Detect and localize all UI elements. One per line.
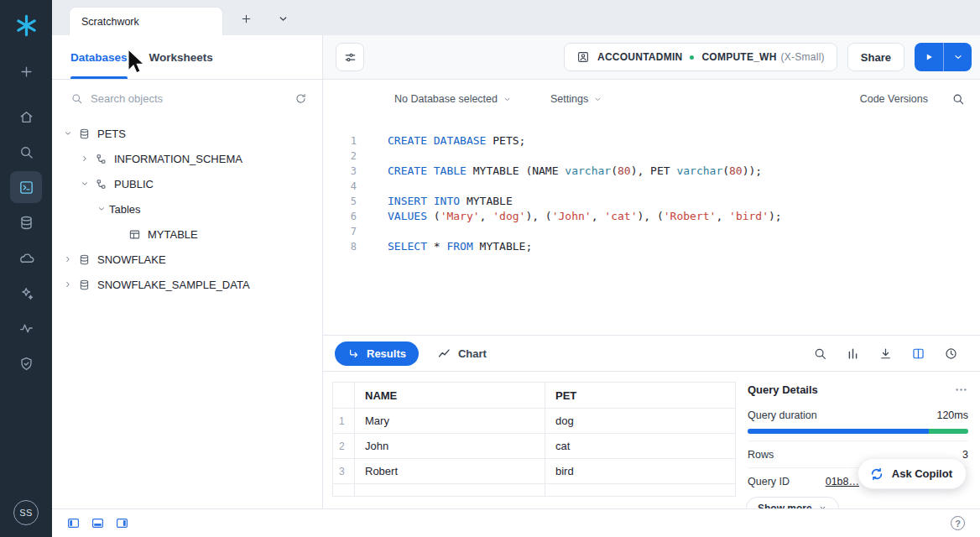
worksheet-main: ACCOUNTADMIN COMPUTE_WH (X-Small) Share — [323, 35, 980, 508]
worksheet-tab-label: Scratchwork — [81, 16, 139, 28]
copilot-label: Ask Copilot — [892, 467, 952, 480]
more-menu-icon[interactable] — [954, 383, 968, 397]
run-options-button[interactable] — [944, 43, 972, 71]
tree-item-mytable[interactable]: MYTABLE — [52, 222, 322, 247]
sidebar-tabs: Databases Worksheets — [52, 35, 322, 80]
search-input[interactable] — [91, 92, 287, 105]
plus-icon — [18, 64, 34, 80]
chevron-down-icon[interactable] — [77, 176, 92, 191]
duration-bar-execution — [748, 429, 929, 434]
table-row[interactable]: 3Robertbird — [333, 459, 736, 484]
refresh-icon[interactable] — [295, 92, 307, 105]
tree-item-public[interactable]: PUBLIC — [52, 171, 322, 196]
panel-right-icon — [116, 517, 128, 529]
tree-item-snowflake_sample_data[interactable]: SNOWFLAKE_SAMPLE_DATA — [52, 272, 322, 297]
share-button[interactable]: Share — [847, 43, 904, 71]
chevron-right-icon[interactable] — [60, 252, 76, 267]
panel-bottom-toggle[interactable] — [91, 517, 104, 529]
chevron-down-icon[interactable] — [60, 126, 76, 141]
chevron-right-icon[interactable] — [60, 277, 76, 292]
worksheet-header: ACCOUNTADMIN COMPUTE_WH (X-Small) Share — [323, 35, 980, 80]
tab-list-button[interactable] — [270, 6, 295, 31]
panel-left-toggle[interactable] — [67, 517, 80, 529]
tab-worksheets[interactable]: Worksheets — [149, 35, 213, 79]
editor-line[interactable]: 2 — [323, 149, 980, 164]
tab-results[interactable]: Results — [335, 341, 419, 366]
panel-toggles — [67, 517, 128, 529]
column-header-pet[interactable]: PET — [545, 383, 736, 409]
status-dot — [690, 55, 694, 60]
panel-right-toggle[interactable] — [116, 517, 128, 529]
warehouse-label: COMPUTE_WH — [701, 51, 776, 63]
rail-item-plus[interactable] — [10, 55, 42, 87]
database-selector[interactable]: No Database selected — [394, 93, 512, 105]
editor-line[interactable]: 3CREATE TABLE MYTABLE (NAME varchar(80),… — [323, 164, 980, 179]
chevron-down-icon[interactable] — [94, 201, 109, 216]
rail-item-data[interactable] — [10, 206, 42, 238]
rail-item-admin[interactable] — [10, 347, 42, 379]
tree-item-pets[interactable]: PETS — [52, 121, 322, 146]
editor-line[interactable]: 6VALUES ('Mary', 'dog'), ('John', 'cat')… — [323, 209, 980, 224]
rail-item-activity[interactable] — [10, 312, 42, 344]
chevron-right-icon[interactable] — [77, 151, 92, 166]
tab-chart[interactable]: Chart — [437, 347, 487, 361]
tree-item-information_schema[interactable]: INFORMATION_SCHEMA — [52, 146, 322, 171]
column-header-name[interactable]: NAME — [355, 383, 545, 409]
table-row[interactable]: 1Marydog — [333, 409, 736, 434]
search-results-button[interactable] — [813, 347, 827, 361]
schema-icon — [92, 175, 110, 192]
copilot-icon — [869, 467, 884, 482]
chevron-down-icon — [952, 51, 964, 63]
context-selector[interactable]: ACCOUNTADMIN COMPUTE_WH (X-Small) — [564, 43, 837, 71]
editor-line[interactable]: 8SELECT * FROM MYTABLE; — [323, 239, 980, 254]
results-header: Results Chart — [323, 335, 980, 371]
query-duration-value: 120ms — [936, 409, 968, 421]
split-results-button[interactable] — [911, 347, 925, 361]
run-button[interactable] — [915, 43, 944, 71]
results-toolbar — [813, 347, 968, 361]
results-table: NAMEPET 1Marydog2Johncat3Robertbird — [332, 382, 736, 497]
code-versions-button[interactable]: Code Versions — [860, 93, 928, 105]
help-button[interactable]: ? — [951, 516, 965, 530]
query-duration-label: Query duration — [748, 409, 817, 421]
tree-item-tables[interactable]: Tables — [52, 196, 322, 222]
display-options-button[interactable] — [336, 43, 364, 71]
duration-bar — [748, 429, 968, 434]
rail-item-search[interactable] — [10, 136, 42, 168]
history-results-button[interactable] — [944, 347, 958, 361]
editor-line[interactable]: 5INSERT INTO MYTABLE — [323, 194, 980, 209]
snowflake-logo[interactable] — [11, 10, 41, 40]
worksheet-tab-scratchwork[interactable]: Scratchwork — [69, 7, 223, 35]
editor-line[interactable]: 7 — [323, 224, 980, 239]
settings-dropdown[interactable]: Settings — [550, 93, 602, 105]
new-worksheet-button[interactable] — [233, 6, 258, 31]
admin-icon — [18, 356, 34, 372]
query-duration-row: Query duration 120ms — [748, 402, 968, 441]
rail-item-copilot[interactable] — [10, 277, 42, 309]
chart-tab-label: Chart — [458, 347, 487, 360]
rail-item-worksheets[interactable] — [10, 171, 42, 203]
rail-item-cloud[interactable] — [10, 242, 42, 274]
schema-icon — [92, 150, 110, 167]
search-icon — [813, 347, 827, 361]
run-button-group — [915, 43, 972, 71]
database-shared-icon — [76, 276, 93, 293]
editor-line[interactable]: 1CREATE DATABASE PETS; — [323, 133, 980, 149]
user-avatar[interactable]: SS — [13, 500, 39, 525]
rail-item-home[interactable] — [10, 101, 42, 133]
tab-databases[interactable]: Databases — [70, 35, 128, 79]
query-id-link[interactable]: 01b8… — [826, 476, 859, 487]
columns-results-button[interactable] — [846, 347, 860, 361]
ask-copilot-button[interactable]: Ask Copilot — [858, 458, 967, 489]
table-row[interactable]: 2Johncat — [333, 434, 736, 459]
editor-line[interactable]: 4 — [323, 179, 980, 194]
search-bar — [52, 80, 322, 117]
tree-item-snowflake[interactable]: SNOWFLAKE — [52, 247, 322, 272]
download-results-button[interactable] — [878, 347, 893, 361]
cloud-icon — [18, 250, 34, 266]
warehouse-size: (X-Small) — [781, 51, 825, 63]
show-more-button[interactable]: Show more — [746, 497, 839, 508]
search-icon[interactable] — [951, 92, 965, 106]
sql-editor[interactable]: 1CREATE DATABASE PETS;23CREATE TABLE MYT… — [323, 118, 980, 335]
home-icon — [18, 109, 34, 125]
